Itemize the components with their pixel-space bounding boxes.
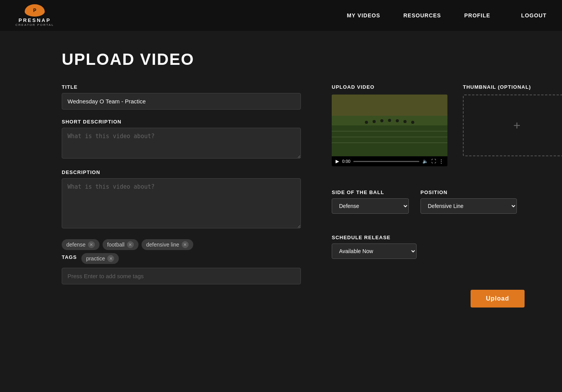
tag-chip-defensive-line: defensive line ✕ [142, 239, 193, 250]
upload-button-row: Upload [332, 290, 525, 308]
tags-input[interactable] [62, 268, 301, 284]
svg-point-12 [403, 120, 407, 123]
content-layout: TITLE SHORT DESCRIPTION DESCRIPTION defe… [62, 84, 500, 308]
tags-label: TAGS [62, 254, 77, 260]
short-desc-input[interactable] [62, 128, 301, 159]
tag-chip-practice: practice ✕ [81, 253, 119, 264]
position-label: POSITION [420, 189, 517, 195]
selects-row: SIDE OF THE BALL Defense Offense Special… [332, 189, 525, 214]
tag-remove-practice[interactable]: ✕ [107, 255, 114, 262]
svg-text:P: P [33, 8, 36, 13]
logo-icon: P [25, 4, 45, 17]
svg-point-13 [411, 121, 414, 124]
page-title: UPLOAD VIDEO [62, 50, 500, 69]
side-of-ball-group: SIDE OF THE BALL Defense Offense Special… [332, 189, 409, 214]
desc-label: DESCRIPTION [62, 169, 301, 175]
schedule-select[interactable]: Available Now Schedule for Later [332, 243, 417, 259]
time-display: 0:00 [342, 159, 350, 164]
schedule-release-group: SCHEDULE RELEASE Available Now Schedule … [332, 235, 525, 259]
svg-rect-3 [332, 125, 447, 156]
video-upload-section: UPLOAD VIDEO [332, 84, 447, 166]
play-button[interactable]: ▶ [336, 159, 339, 164]
nav-profile[interactable]: PROFILE [464, 12, 490, 19]
tag-text-football: football [107, 242, 125, 248]
video-player: ▶ 0:00 🔈 ⛶ ⋮ [332, 95, 447, 166]
tag-chip-defense: defense ✕ [62, 239, 100, 250]
logout-button[interactable]: LOGOUT [521, 12, 547, 19]
desc-input[interactable] [62, 178, 301, 228]
tag-remove-defensive-line[interactable]: ✕ [182, 241, 189, 248]
main-content: UPLOAD VIDEO TITLE SHORT DESCRIPTION DES… [0, 31, 562, 327]
tag-text-defensive-line: defensive line [146, 242, 179, 248]
svg-point-7 [365, 121, 368, 124]
thumbnail-label: THUMBNAIL (OPTIONAL) [463, 84, 562, 90]
title-field-group: TITLE [62, 84, 301, 110]
schedule-label: SCHEDULE RELEASE [332, 235, 525, 240]
logo-subtext: CREATOR PORTAL [15, 23, 54, 27]
tag-text-defense: defense [66, 242, 86, 248]
svg-point-8 [373, 120, 376, 123]
desc-field-group: DESCRIPTION [62, 169, 301, 230]
left-column: TITLE SHORT DESCRIPTION DESCRIPTION defe… [62, 84, 301, 288]
tag-remove-football[interactable]: ✕ [127, 241, 134, 248]
title-label: TITLE [62, 84, 301, 90]
upload-video-label: UPLOAD VIDEO [332, 84, 447, 90]
upload-button[interactable]: Upload [471, 290, 525, 308]
side-of-ball-label: SIDE OF THE BALL [332, 189, 409, 195]
svg-rect-14 [332, 95, 447, 116]
title-input[interactable] [62, 93, 301, 110]
right-column: UPLOAD VIDEO [332, 84, 525, 308]
logo: P PRESNAP CREATOR PORTAL [15, 4, 54, 27]
tags-label-row: TAGS practice ✕ [62, 253, 301, 264]
volume-icon[interactable]: 🔈 [422, 159, 428, 164]
video-preview [332, 95, 447, 156]
side-of-ball-select[interactable]: Defense Offense Special Teams [332, 198, 409, 214]
nav-my-videos[interactable]: MY VIDEOS [347, 12, 380, 19]
position-select[interactable]: Defensive Line Linebacker Cornerback Saf… [420, 198, 517, 214]
tag-chip-football: football ✕ [103, 239, 138, 250]
right-top-row: UPLOAD VIDEO [332, 84, 525, 166]
navigation: P PRESNAP CREATOR PORTAL MY VIDEOS RESOU… [0, 0, 562, 31]
nav-resources[interactable]: RESOURCES [403, 12, 441, 19]
progress-bar[interactable] [353, 161, 419, 162]
position-group: POSITION Defensive Line Linebacker Corne… [420, 189, 517, 214]
short-desc-field-group: SHORT DESCRIPTION [62, 119, 301, 160]
logo-text: PRESNAP [19, 17, 51, 23]
fullscreen-icon[interactable]: ⛶ [431, 159, 436, 164]
video-controls: ▶ 0:00 🔈 ⛶ ⋮ [332, 156, 447, 166]
svg-point-11 [396, 119, 399, 122]
tags-chips-row: defense ✕ football ✕ defensive line ✕ [62, 239, 301, 250]
tags-area: defense ✕ football ✕ defensive line ✕ TA… [62, 239, 301, 284]
tag-remove-defense[interactable]: ✕ [88, 241, 95, 248]
thumbnail-plus-icon: + [513, 118, 521, 133]
tag-text-practice: practice [86, 255, 105, 262]
svg-point-10 [388, 119, 391, 122]
svg-point-9 [380, 119, 383, 122]
thumbnail-upload-area[interactable]: + [463, 95, 562, 156]
more-options-icon[interactable]: ⋮ [439, 159, 444, 164]
thumbnail-section: THUMBNAIL (OPTIONAL) + [463, 84, 562, 156]
nav-links: MY VIDEOS RESOURCES PROFILE [347, 12, 490, 19]
short-desc-label: SHORT DESCRIPTION [62, 119, 301, 125]
